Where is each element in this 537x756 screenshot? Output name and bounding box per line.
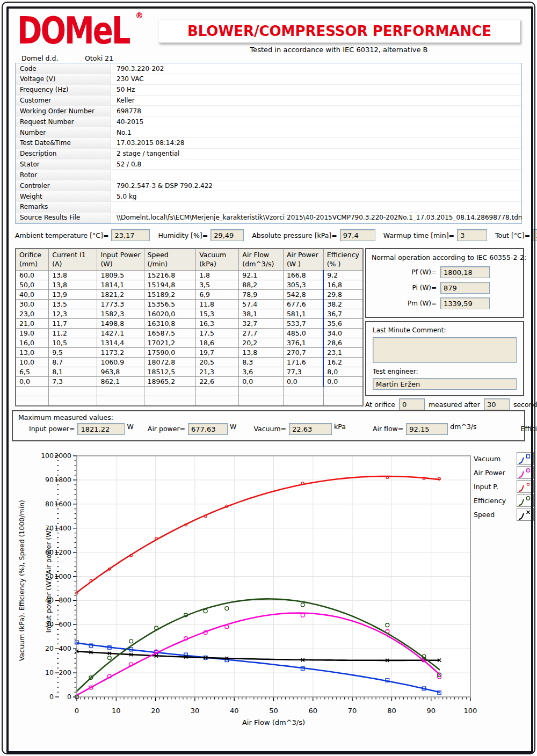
measurement-row: 30,013,51773,315356,511,857,4677,638,2 [16, 299, 363, 309]
measurement-cell: 35,6 [323, 318, 363, 328]
info-field-value: 17.03.2015 08:14:28 [111, 138, 521, 148]
measurement-cell: 16,3 [196, 318, 239, 328]
max-value-unit: W [230, 423, 236, 431]
svg-text:400: 400 [59, 644, 71, 652]
address-street: Otoki 21 [85, 54, 113, 62]
measurement-cell: 171,6 [283, 357, 323, 367]
info-row: Description2 stage / tangential [16, 149, 521, 159]
info-row: NumberNo.1 [16, 127, 521, 138]
last-minute-comment-box[interactable] [373, 337, 517, 363]
svg-text:60: 60 [309, 707, 318, 715]
measurement-cell: 13,0 [16, 347, 49, 357]
max-value-input[interactable] [406, 423, 448, 435]
measurement-cell [16, 396, 49, 406]
info-row: Test Date&Time17.03.2015 08:14:28 [16, 138, 521, 149]
svg-text:70: 70 [348, 707, 357, 715]
measurement-row: 10,08,71060,918072,820,58,3171,616,2 [16, 357, 363, 367]
test-engineer-label: Test engineer: [373, 368, 517, 375]
info-row: Working Order Number698778 [16, 106, 521, 117]
max-value-input[interactable] [289, 423, 332, 435]
legend-swatch-icon [517, 494, 534, 507]
measurement-cell: 50,0 [16, 280, 49, 289]
legend-item-efficiency[interactable]: Efficiency [474, 493, 534, 507]
svg-text:80: 80 [387, 707, 396, 715]
info-field-value: 230 VAC [111, 74, 521, 84]
legend-item-air-power[interactable]: Air Power [474, 466, 534, 479]
measurement-cell: 13,5 [49, 299, 97, 309]
measurement-cell: 542,8 [283, 289, 323, 299]
measurement-cell: 36,7 [323, 309, 363, 318]
iec-field-input[interactable] [440, 282, 490, 294]
measurement-cell: 16020,0 [144, 309, 196, 318]
ambient-field-input[interactable] [211, 229, 244, 241]
ambient-field-label: Humidity [%]= [158, 231, 208, 239]
iec-field-label: Pi (W)= [412, 284, 437, 292]
svg-text:100: 100 [464, 707, 477, 715]
info-field-value [111, 202, 521, 212]
measurement-empty-row [16, 386, 363, 396]
legend-item-vacuum[interactable]: Vacuum [474, 452, 534, 466]
ambient-field-input[interactable] [340, 229, 375, 241]
info-field-label: Remarks [16, 202, 111, 212]
svg-text:0: 0 [75, 707, 79, 715]
measurement-row: 21,011,71498,816310,816,332,7533,735,6 [16, 318, 363, 328]
iec-field-input[interactable] [440, 297, 490, 309]
measurement-cell: 8,1 [49, 367, 97, 376]
measurement-cell: 1427,1 [97, 328, 144, 338]
max-value-input[interactable] [188, 423, 228, 435]
max-value-input[interactable] [77, 423, 125, 435]
info-field-value: 790.3.220-202 [111, 63, 521, 74]
measurement-row: 40,013,91821,215189,26,978,9542,829,8 [16, 289, 363, 299]
max-value-label: Input power= [29, 423, 75, 435]
seconds-input[interactable] [484, 398, 510, 410]
report-page: DOMeL ® Domel d.d. Otoki 21 4228 Železni… [0, 0, 537, 756]
info-field-label: Controler [16, 180, 111, 191]
legend-label: Speed [474, 511, 495, 519]
legend-item-input-p-[interactable]: Input P. [474, 479, 534, 493]
ambient-field-input[interactable] [533, 229, 537, 241]
measurement-cell: 15189,2 [144, 289, 196, 299]
svg-text:2000: 2000 [54, 452, 71, 460]
measurement-header-row: Orifice(mm)Current I1(A)Input Power(W)Sp… [16, 249, 363, 270]
ambient-field-input[interactable] [457, 229, 487, 241]
measurement-row: 23,012,31582,316020,015,338,1581,136,7 [16, 309, 363, 318]
x-axis-label: Air Flow (dm^3/s) [242, 718, 305, 726]
orifice-input[interactable] [399, 398, 425, 410]
measurement-column-header: Air Power(W ) [283, 249, 323, 270]
info-field-label: Working Order Number [16, 106, 111, 116]
measurement-cell: 8,3 [239, 357, 284, 367]
measurement-cell: 57,4 [239, 299, 284, 309]
measurement-cell: 13,9 [49, 289, 97, 299]
legend-label: Air Power [474, 469, 505, 477]
measurement-cell: 15356,5 [144, 299, 196, 309]
info-field-value: 2 stage / tangential [111, 149, 521, 159]
chart-legend: VacuumAir PowerInput P.EfficiencySpeed [465, 452, 534, 521]
info-field-label: Voltage (V) [16, 74, 111, 84]
svg-text:10: 10 [112, 707, 121, 715]
measurement-cell: 18965,2 [144, 376, 196, 386]
y-axis-label-inner: Input power (W), Air power (W) [45, 528, 53, 633]
max-value-group: Air power=W [148, 423, 237, 435]
measurement-cell: 16,0 [16, 338, 49, 347]
measurement-column-header: Speed(/min) [144, 249, 196, 270]
svg-text:600: 600 [59, 620, 71, 628]
info-row: Rotor [16, 170, 521, 180]
measurement-cell: 15,3 [196, 309, 239, 318]
max-value-label: Efficiency= [521, 423, 537, 435]
info-field-value [111, 170, 521, 180]
ambient-field-input[interactable] [111, 229, 150, 241]
ambient-field-label: Tout [°C]= [495, 231, 530, 239]
measurement-cell: 21,3 [196, 367, 239, 376]
measurement-cell: 40,0 [16, 289, 49, 299]
measurement-cell: 13,8 [49, 280, 97, 289]
measurement-cell: 10,0 [16, 357, 49, 367]
measurement-row: 6,58,1963,818512,521,33,677,38,0 [16, 367, 363, 376]
iec-field-input[interactable] [440, 266, 490, 278]
svg-text:0: 0 [49, 693, 54, 701]
normal-operation-title: Normal operation according to IEC 60355-… [372, 253, 518, 261]
legend-item-speed[interactable]: Speed [474, 507, 534, 521]
measurement-cell: 28,6 [323, 338, 363, 347]
info-row: Weight5,0 kg [16, 191, 521, 202]
measurement-cell [283, 386, 323, 396]
test-engineer-input[interactable] [373, 378, 517, 390]
